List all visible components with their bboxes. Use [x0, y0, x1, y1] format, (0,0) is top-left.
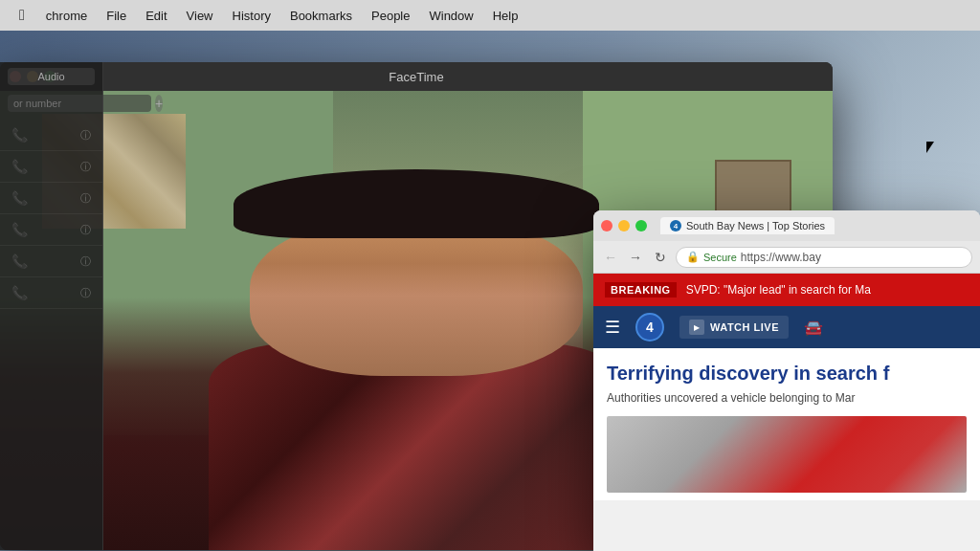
browser-titlebar: 4 South Bay News | Top Stories	[593, 210, 980, 241]
add-contact-button[interactable]: +	[155, 95, 163, 112]
phone-icon-4: 📞	[11, 222, 28, 237]
traffic-icon[interactable]: 🚘	[804, 319, 823, 337]
breaking-news-text: SVPD: "Major lead" in search for Ma	[686, 283, 871, 297]
secure-label: Secure	[703, 252, 737, 263]
news-subtext: Authorities uncovered a vehicle belongin…	[607, 390, 967, 407]
news-navbar: ☰ 4 ▶ WATCH LIVE 🚘	[593, 306, 980, 348]
info-icon-5[interactable]: ⓘ	[80, 254, 91, 269]
audio-tab[interactable]: Audio	[8, 68, 95, 85]
menu-history[interactable]: History	[223, 0, 280, 31]
facetime-sidebar: Audio + 📞 ⓘ 📞 ⓘ 📞 ⓘ 📞 ⓘ 📞 ⓘ 📞 ⓘ	[0, 62, 103, 550]
forward-button[interactable]: →	[626, 248, 645, 267]
info-icon-2[interactable]: ⓘ	[80, 160, 91, 174]
news-content-area: Terrifying discovery in search f Authori…	[593, 348, 980, 500]
channel-favicon: 4	[670, 220, 681, 231]
secure-lock-icon: 🔒	[686, 251, 700, 263]
apple-menu[interactable]: 	[8, 0, 36, 31]
browser-toolbar: ← → ↻ 🔒 Secure https://www.bay	[593, 241, 980, 274]
menu-help[interactable]: Help	[483, 0, 528, 31]
browser-close-button[interactable]	[601, 220, 612, 231]
menubar:  chrome File Edit View History Bookmark…	[0, 0, 980, 31]
menu-file[interactable]: File	[97, 0, 136, 31]
info-icon-3[interactable]: ⓘ	[80, 191, 91, 206]
refresh-button[interactable]: ↻	[651, 248, 670, 267]
browser-window: 4 South Bay News | Top Stories ← → ↻ 🔒 S…	[593, 210, 980, 551]
phone-icon-2: 📞	[11, 159, 28, 174]
menu-chrome[interactable]: chrome	[36, 0, 97, 31]
contact-row-6[interactable]: 📞 ⓘ	[0, 277, 102, 309]
info-icon-6[interactable]: ⓘ	[80, 286, 91, 300]
back-button[interactable]: ←	[601, 248, 620, 267]
watch-live-label: WATCH LIVE	[710, 321, 779, 333]
browser-minimize-button[interactable]	[618, 220, 630, 231]
menu-edit[interactable]: Edit	[136, 0, 176, 31]
play-icon: ▶	[689, 320, 704, 335]
breaking-news-bar: BREAKING SVPD: "Major lead" in search fo…	[593, 274, 980, 306]
facetime-titlebar: FaceTime	[0, 62, 833, 91]
menu-window[interactable]: Window	[419, 0, 482, 31]
hamburger-menu-icon[interactable]: ☰	[605, 317, 620, 338]
contact-row-5[interactable]: 📞 ⓘ	[0, 246, 102, 277]
browser-tab[interactable]: 4 South Bay News | Top Stories	[660, 217, 835, 234]
menu-people[interactable]: People	[362, 0, 419, 31]
address-bar[interactable]: 🔒 Secure https://www.bay	[676, 247, 972, 268]
person-hair	[234, 169, 600, 238]
tab-title: South Bay News | Top Stories	[686, 220, 825, 231]
news-image	[607, 416, 967, 493]
menu-view[interactable]: View	[177, 0, 223, 31]
breaking-label: BREAKING	[605, 282, 677, 298]
phone-icon-5: 📞	[11, 253, 28, 269]
phone-icon-6: 📞	[11, 285, 28, 300]
channel-logo: 4	[635, 313, 664, 342]
info-icon-1[interactable]: ⓘ	[80, 128, 91, 143]
facetime-title: FaceTime	[389, 70, 443, 84]
facetime-search-row: +	[0, 91, 102, 116]
url-text: https://www.bay	[741, 251, 821, 264]
watch-live-button[interactable]: ▶ WATCH LIVE	[679, 316, 789, 339]
contact-row-4[interactable]: 📞 ⓘ	[0, 214, 102, 246]
info-icon-4[interactable]: ⓘ	[80, 223, 91, 237]
contact-row-1[interactable]: 📞 ⓘ	[0, 120, 102, 151]
contact-row-2[interactable]: 📞 ⓘ	[0, 151, 102, 183]
menu-bookmarks[interactable]: Bookmarks	[280, 0, 362, 31]
phone-icon-3: 📞	[11, 190, 28, 206]
browser-maximize-button[interactable]	[635, 220, 647, 231]
news-headline: Terrifying discovery in search f	[607, 362, 967, 385]
facetime-number-input[interactable]	[8, 95, 151, 112]
phone-icon-1: 📞	[11, 127, 28, 143]
contact-row-3[interactable]: 📞 ⓘ	[0, 183, 102, 214]
person-head	[250, 215, 583, 376]
